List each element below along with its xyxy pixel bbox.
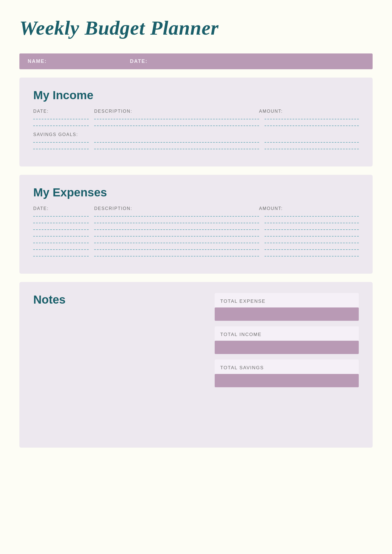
expenses-section: My Expenses DATE: DESCRIPTION: AMOUNT: (19, 175, 373, 274)
total-expense-label: TOTAL EXPENSE (220, 299, 353, 304)
savings-date-line-2 (33, 149, 89, 149)
expense-date-line-7 (33, 256, 89, 257)
savings-date-line-1 (33, 142, 89, 143)
expenses-col-date: DATE: (33, 206, 94, 211)
savings-desc-line-1 (94, 142, 259, 143)
savings-row-2[interactable] (33, 149, 359, 149)
expense-row-3[interactable] (33, 229, 359, 230)
income-amount-line-2 (265, 125, 359, 126)
notes-area: Notes (33, 293, 206, 437)
expenses-col-amount: AMOUNT: (259, 206, 359, 211)
expense-desc-line-6 (94, 249, 259, 250)
expense-desc-line-7 (94, 256, 259, 257)
expense-amount-line-1 (265, 216, 359, 217)
savings-amount-line-2 (265, 149, 359, 149)
expenses-title: My Expenses (33, 186, 359, 199)
expense-date-line-2 (33, 223, 89, 223)
expense-amount-line-5 (265, 243, 359, 243)
date-label: DATE: (130, 58, 148, 64)
income-date-line-1 (33, 119, 89, 119)
total-income-label: TOTAL INCOME (220, 332, 353, 337)
expense-row-4[interactable] (33, 236, 359, 237)
expense-row-7[interactable] (33, 256, 359, 257)
expense-row-1[interactable] (33, 216, 359, 217)
expense-date-line-1 (33, 216, 89, 217)
expense-desc-line-1 (94, 216, 259, 217)
expense-date-line-3 (33, 229, 89, 230)
expense-desc-line-4 (94, 236, 259, 237)
expense-desc-line-5 (94, 243, 259, 243)
savings-amount-line-1 (265, 142, 359, 143)
savings-row-1[interactable] (33, 142, 359, 143)
income-amount-line-1 (265, 119, 359, 119)
income-desc-line-2 (94, 125, 259, 126)
expenses-col-headers: DATE: DESCRIPTION: AMOUNT: (33, 206, 359, 211)
total-expense-bar (215, 307, 359, 321)
income-date-line-2 (33, 125, 89, 126)
expense-row-5[interactable] (33, 243, 359, 243)
income-col-headers: DATE: DESCRIPTION: AMOUNT: (33, 109, 359, 114)
income-col-description: DESCRIPTION: (94, 109, 259, 114)
total-expense-block: TOTAL EXPENSE (215, 293, 359, 321)
expense-date-line-4 (33, 236, 89, 237)
savings-goals-label: SAVINGS GOALS: (33, 132, 359, 137)
totals-area: TOTAL EXPENSE TOTAL INCOME TOTAL SAVINGS (215, 293, 359, 437)
expense-amount-line-3 (265, 229, 359, 230)
bottom-section: Notes TOTAL EXPENSE TOTAL INCOME TOTAL S… (19, 282, 373, 448)
total-savings-bar (215, 374, 359, 387)
total-income-bar (215, 341, 359, 354)
name-label: NAME: (28, 58, 47, 64)
expense-date-line-5 (33, 243, 89, 243)
expense-amount-line-7 (265, 256, 359, 257)
total-savings-block: TOTAL SAVINGS (215, 360, 359, 387)
total-savings-label: TOTAL SAVINGS (220, 365, 353, 371)
income-row-1[interactable] (33, 119, 359, 119)
income-title: My Income (33, 89, 359, 102)
expense-desc-line-3 (94, 229, 259, 230)
expense-amount-line-6 (265, 249, 359, 250)
expense-row-6[interactable] (33, 249, 359, 250)
expense-row-2[interactable] (33, 223, 359, 223)
page-title: Weekly Budget Planner (19, 17, 373, 40)
income-section: My Income DATE: DESCRIPTION: AMOUNT: SAV… (19, 78, 373, 166)
savings-desc-line-2 (94, 149, 259, 149)
header-bar: NAME: DATE: (19, 53, 373, 69)
income-desc-line-1 (94, 119, 259, 119)
income-col-date: DATE: (33, 109, 94, 114)
income-col-amount: AMOUNT: (259, 109, 359, 114)
expense-amount-line-2 (265, 223, 359, 223)
notes-title: Notes (33, 293, 206, 306)
expenses-col-description: DESCRIPTION: (94, 206, 259, 211)
expense-desc-line-2 (94, 223, 259, 223)
income-row-2[interactable] (33, 125, 359, 126)
total-income-block: TOTAL INCOME (215, 326, 359, 354)
notes-content[interactable] (33, 312, 206, 437)
expense-amount-line-4 (265, 236, 359, 237)
expense-date-line-6 (33, 249, 89, 250)
